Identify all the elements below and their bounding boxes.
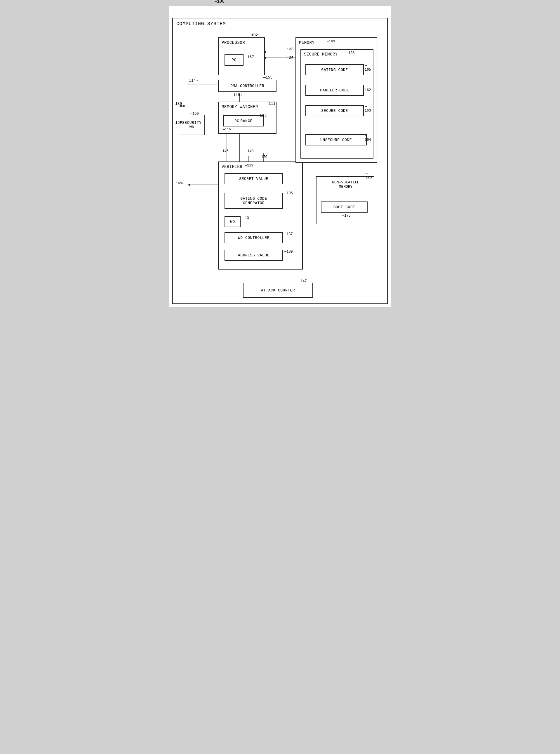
ref-146: —146 — [220, 149, 228, 153]
gating-code-gen-box: GATING CODE GENERATOR — [224, 193, 283, 209]
address-value-label: ADDRESS VALUE — [238, 253, 269, 258]
memory-watcher-label: MEMORY WATCHER — [222, 104, 258, 109]
memory-watcher-box: MEMORY WATCHER PC RANGE —116 — [218, 102, 277, 134]
wd-ref: —131 — [243, 216, 251, 220]
non-volatile-ref-outer: —123 — [365, 172, 374, 180]
unsecure-code-ref: —164 — [365, 134, 373, 142]
dma-controller-box: DMA CONTROLLER — [218, 80, 277, 92]
pc-ref: —167 — [245, 55, 254, 59]
unsecure-code-box: UNSECURE CODE — [305, 134, 367, 145]
processor-label: PROCESSOR — [222, 40, 245, 45]
attack-counter-box: ATTACK COUNTER — [243, 283, 313, 298]
page: —100 COMPUTING SYSTEM — [169, 6, 391, 307]
handler-code-ref: —162 — [365, 84, 373, 92]
ref-169: 169← — [176, 181, 184, 185]
non-volatile-label: NON-VOLATILEMEMORY — [319, 180, 372, 189]
svg-marker-23 — [187, 184, 191, 186]
ref-113: 113 — [260, 113, 266, 118]
ref-179: —179 — [259, 155, 267, 159]
svg-marker-21 — [182, 105, 184, 107]
wd-box: WD — [224, 216, 241, 227]
gating-code-label: GATING CODE — [321, 68, 348, 72]
boot-code-label: BOOT CODE — [334, 205, 355, 210]
secure-memory-box: SECURE MEMORY —108 GATING CODE —165 HAND… — [300, 49, 374, 159]
wd-label: WD — [230, 220, 235, 224]
boot-code-box: BOOT CODE — [321, 201, 367, 213]
wd-controller-ref: —137 — [284, 232, 293, 236]
ref-148: —148 — [245, 149, 254, 153]
attack-counter-label: ATTACK COUNTER — [261, 288, 295, 293]
wd-controller-box: WD CONTROLLER — [224, 232, 283, 243]
secure-code-label: SECURE CODE — [321, 108, 348, 113]
gating-code-ref: —165 — [365, 64, 373, 72]
memory-outer-ref: —109 — [327, 39, 335, 43]
verifier-ref: —129 — [245, 163, 254, 167]
attack-counter-ref: —147 — [298, 279, 307, 283]
ref-133: 133 — [287, 47, 294, 52]
processor-ref: 102 — [251, 33, 258, 37]
ref-157: 157 — [175, 121, 182, 125]
address-value-box: ADDRESS VALUE — [224, 250, 283, 261]
dma-controller-label: DMA CONTROLLER — [231, 84, 264, 88]
ref-114: 114→ — [189, 79, 198, 83]
verifier-label: VERIFIER — [222, 164, 242, 169]
gating-code-box: GATING CODE — [305, 64, 364, 75]
memory-watcher-ref: —111 — [266, 102, 275, 106]
memory-outer-box: MEMORY —109 SECURE MEMORY —108 GATING CO… — [296, 37, 377, 163]
non-volatile-memory-box: —123 NON-VOLATILEMEMORY BOOT CODE —175 — [316, 176, 374, 224]
verifier-box: VERIFIER —129 SECRET VALUE GATING CODE G… — [218, 161, 303, 270]
gating-code-gen-ref: —195 — [284, 191, 293, 195]
pc-range-box: PC RANGE — [223, 115, 264, 126]
pc-range-ref: —116 — [223, 127, 231, 131]
pc-range-pc: PC — [235, 119, 239, 123]
unsecure-code-label: UNSECURE CODE — [320, 138, 352, 142]
wd-controller-label: WD CONTROLLER — [238, 236, 269, 240]
security-wd-label2: WD — [189, 125, 195, 130]
security-wd-ref: —159 — [191, 112, 199, 116]
secure-code-box: SECURE CODE — [305, 105, 364, 116]
boot-code-ref: —175 — [342, 214, 351, 218]
secret-value-box: SECRET VALUE — [224, 173, 283, 184]
security-wd-label1: SECURITY — [182, 121, 201, 125]
pc-box: PC — [224, 54, 243, 66]
top-ref-label: —100 — [215, 0, 224, 4]
secure-memory-label: SECURE MEMORY — [304, 52, 338, 57]
secure-code-ref: —163 — [365, 104, 373, 113]
diagram-container: COMPUTING SYSTEM — [172, 18, 388, 304]
secure-memory-ref: —108 — [346, 51, 355, 55]
secret-value-label: SECRET VALUE — [239, 177, 268, 181]
handler-code-box: HANDLER CODE — [305, 85, 364, 96]
ref-135: 135 — [287, 56, 294, 60]
dma-ref: —155 — [263, 75, 273, 80]
pc-label: PC — [232, 58, 237, 62]
processor-box: PROCESSOR PC —167 — [218, 37, 265, 75]
address-value-ref: —139 — [284, 250, 293, 254]
diagram-title: COMPUTING SYSTEM — [176, 21, 226, 26]
ref-118: 118↓ — [233, 93, 242, 97]
pc-range-label: RANGE — [241, 119, 253, 123]
security-wd-box: SECURITY WD — [179, 115, 205, 135]
handler-code-label: HANDLER CODE — [320, 88, 349, 93]
memory-outer-label: MEMORY — [299, 40, 315, 45]
gating-code-gen-label: GATING CODE GENERATOR — [240, 197, 267, 205]
ref-189: 189 — [175, 102, 182, 106]
